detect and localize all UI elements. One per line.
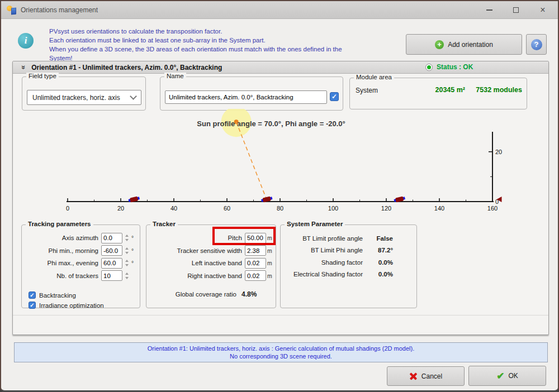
orientation-panel: » Orientation #1 - Unlimited trackers, A… [12,61,549,335]
red-x-icon [409,372,418,380]
irradiance-optimization-row: Irradiance optimization [29,301,140,309]
add-orientation-label: Add orientation [448,41,493,49]
pitch-unit: m [267,235,273,241]
nb-trackers-label: Nb. of trackers [22,273,101,279]
cancel-button[interactable]: Cancel [387,366,465,386]
backtracking-checkbox[interactable] [29,291,36,299]
pvsyst-app-icon [7,5,16,15]
pitch-input[interactable] [245,233,266,243]
name-group: Name [160,77,343,111]
nb-trackers-spinner[interactable] [124,271,130,281]
svg-text:40: 40 [170,205,177,212]
window-title: Orientations management [21,6,98,14]
electrical-shading-factor-label: Electrical Shading factor [281,271,371,278]
tracking-parameters-legend: Tracking parameters [26,221,93,227]
svg-text:0: 0 [66,205,69,212]
irradiance-optimization-label: Irradiance optimization [39,302,104,309]
title-bar: Orientations management × [1,1,558,19]
svg-text:60: 60 [224,205,230,212]
left-inactive-band-row: Left inactive band m [146,257,276,270]
right-inactive-band-unit: m [267,273,273,279]
sensitive-width-input[interactable] [245,245,266,256]
minimize-icon[interactable] [483,4,495,16]
right-inactive-band-row: Right inactive band m [146,270,276,283]
bt-limit-phi-label: BT Limit Phi angle [281,247,371,254]
close-icon[interactable]: × [537,4,549,16]
add-orientation-button[interactable]: + Add orientation [406,34,522,55]
svg-text:160: 160 [487,205,498,212]
svg-text:140: 140 [434,205,444,212]
phi-max-label: Phi max., evening [22,260,101,266]
bt-limit-profile-row: BT Limit profile angle False [281,232,416,245]
name-input[interactable] [165,90,327,104]
field-type-dropdown[interactable]: Unlimited trackers, horiz. axis [27,90,141,105]
bt-limit-phi-row: BT Limit Phi angle 87.2° [281,245,416,257]
phi-min-spinner[interactable] [124,246,130,256]
cancel-label: Cancel [421,372,442,380]
intro-text: PVsyst uses orientations to calculate th… [49,27,362,63]
sensitive-width-row: Tracker sensitive width m [146,245,276,257]
help-button[interactable]: ? [526,34,547,55]
ok-button[interactable]: ✔ OK [468,366,546,386]
svg-text:20: 20 [117,205,124,212]
intro-line-3: When you define a 3D scene, the 3D areas… [49,45,362,63]
right-inactive-band-label: Right inactive band [146,273,245,279]
phi-min-row: Phi min., morning ° [22,245,140,257]
svg-text:120: 120 [381,205,391,212]
phi-min-input[interactable] [101,245,122,256]
tracker-group: Tracker Pitch m Tracker sensitive width … [146,224,276,308]
status-badge: Status : OK [425,63,473,71]
global-coverage-ratio-row: Global coverage ratio 4.8% [146,288,276,300]
phi-max-row: Phi max., evening ° [22,257,140,270]
question-mark-icon: ? [531,39,542,50]
sensitive-width-unit: m [267,247,273,254]
name-checkbox[interactable] [330,92,339,101]
electrical-shading-factor-row: Electrical Shading factor 0.0% [281,269,416,281]
phi-min-label: Phi min., morning [22,247,101,254]
ok-label: OK [508,372,518,380]
footer-message-line-2: No corresponding 3D scene required. [15,352,547,360]
panel-divider [13,315,548,315]
status-ok-icon [425,64,433,71]
system-parameter-group: System Parameter BT Limit profile angle … [280,224,417,308]
svg-text:20: 20 [495,149,502,155]
electrical-shading-factor-value: 0.0% [371,271,393,278]
left-inactive-band-label: Left inactive band [146,260,245,266]
backtracking-label: Backtracking [39,292,76,299]
green-check-icon: ✔ [496,371,504,381]
axis-azimuth-row: Axis azimuth ° [22,232,140,245]
chevron-down-icon [130,93,137,100]
shading-factor-label: Shading factor [281,259,371,266]
bt-limit-profile-value: False [371,235,393,242]
phi-max-input[interactable] [101,258,122,269]
nb-trackers-input[interactable] [101,270,122,281]
maximize-icon[interactable] [510,4,522,16]
phi-max-spinner[interactable] [124,258,130,268]
right-inactive-band-input[interactable] [245,270,266,281]
global-coverage-ratio-value: 4.8% [241,290,273,298]
orientation-title: Orientation #1 - Unlimited trackers, Azi… [31,64,222,71]
irradiance-optimization-checkbox[interactable] [29,302,36,309]
left-inactive-band-unit: m [267,260,273,266]
footer-message: Orientation #1: Unlimited trackers, hori… [14,342,548,362]
module-area-value: 20345 m² [435,86,465,94]
name-legend: Name [164,73,186,79]
tracking-parameters-group: Tracking parameters Axis azimuth ° Phi m… [21,224,140,308]
info-icon: i [18,33,34,49]
phi-max-unit: ° [131,260,137,266]
intro-line-2: Each orientation must be linked to at le… [49,36,362,45]
collapse-chevrons-icon[interactable]: » [20,65,28,69]
global-coverage-ratio-label: Global coverage ratio [146,291,241,298]
field-type-group: Field type Unlimited trackers, horiz. ax… [22,77,146,111]
axis-azimuth-label: Axis azimuth [22,235,101,241]
svg-text:Sun profile angle = 70.0°, Phi: Sun profile angle = 70.0°, Phi angle = -… [197,119,345,128]
tracker-legend: Tracker [150,221,178,227]
pitch-row: Pitch m [146,232,276,245]
sun-profile-chart: Sun profile angle = 70.0°, Phi angle = -… [13,109,549,223]
axis-azimuth-input[interactable] [101,233,122,243]
status-label: Status : OK [437,63,473,71]
field-type-value: Unlimited trackers, horiz. axis [32,94,120,102]
left-inactive-band-input[interactable] [245,258,266,269]
axis-azimuth-spinner[interactable] [124,233,130,243]
intro-line-1: PVsyst uses orientations to calculate th… [49,27,362,36]
